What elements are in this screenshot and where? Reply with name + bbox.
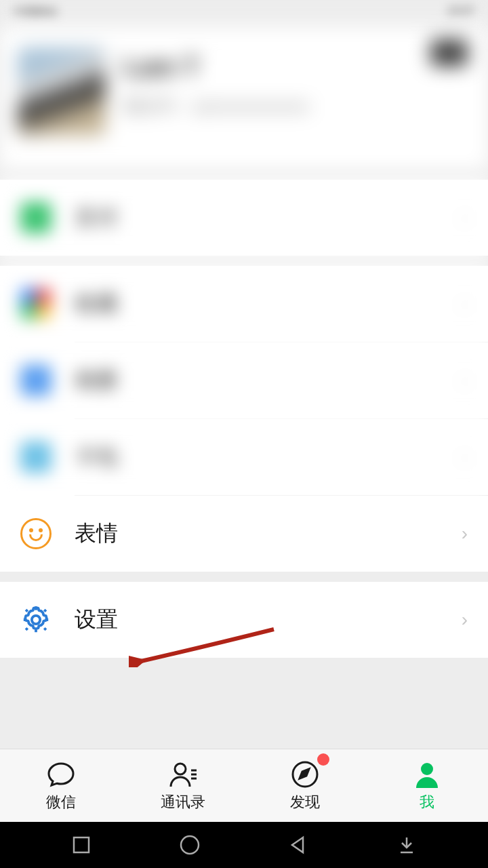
- menu-label: 支付: [75, 203, 462, 233]
- nav-download[interactable]: [394, 833, 419, 857]
- chevron-right-icon: ›: [462, 523, 468, 545]
- chat-icon: [45, 760, 77, 789]
- chevron-right-icon: ›: [462, 207, 468, 229]
- menu-item-album[interactable]: 相册 ›: [0, 342, 488, 418]
- menu-item-settings[interactable]: 设置 ›: [0, 582, 488, 658]
- status-time: 10:07: [447, 5, 474, 22]
- chevron-right-icon: ›: [462, 446, 468, 468]
- sticker-icon: [20, 518, 52, 549]
- favorites-icon: [20, 288, 52, 319]
- menu-item-favorites[interactable]: 收藏 ›: [0, 266, 488, 342]
- menu-item-cards[interactable]: 卡包 ›: [0, 419, 488, 495]
- camera-icon[interactable]: [430, 39, 468, 66]
- system-nav-bar: [0, 822, 488, 868]
- tab-label: 我: [420, 792, 434, 812]
- notification-badge: [317, 753, 329, 766]
- menu-label: 收藏: [75, 289, 462, 319]
- tab-label: 通讯录: [161, 792, 205, 812]
- tab-discover[interactable]: 发现: [244, 749, 366, 822]
- tab-bar: 微信 通讯录 发现 我: [0, 749, 488, 822]
- nav-home[interactable]: [178, 833, 202, 857]
- status-bar: 中国移动 10:07: [0, 0, 488, 27]
- chevron-right-icon: ›: [462, 293, 468, 315]
- card-icon: [20, 441, 52, 473]
- svg-point-0: [32, 616, 40, 624]
- menu-label: 设置: [75, 605, 462, 635]
- svg-point-1: [175, 764, 186, 774]
- album-icon: [20, 365, 52, 396]
- profile-wxid: 微信号：qxxxxxxxxxxxx: [123, 94, 309, 118]
- profile-card[interactable]: Lam T 微信号：qxxxxxxxxxxxx: [0, 27, 488, 170]
- menu-label: 表情: [75, 519, 462, 549]
- profile-nickname: Lam T: [123, 53, 309, 82]
- contacts-icon: [167, 760, 199, 789]
- svg-point-3: [421, 763, 433, 775]
- menu-label: 相册: [75, 366, 462, 395]
- tab-label: 微信: [46, 792, 76, 812]
- nav-back[interactable]: [286, 833, 310, 857]
- menu-label: 卡包: [75, 442, 462, 472]
- svg-rect-4: [74, 837, 89, 852]
- menu-item-sticker[interactable]: 表情 ›: [0, 496, 488, 572]
- svg-point-5: [181, 836, 199, 854]
- menu-item-wallet[interactable]: 支付 ›: [0, 180, 488, 256]
- status-carrier: 中国移动: [14, 5, 57, 22]
- chevron-right-icon: ›: [462, 609, 468, 631]
- nav-recent[interactable]: [69, 833, 94, 857]
- chevron-right-icon: ›: [462, 370, 468, 391]
- gear-icon: [20, 604, 52, 635]
- compass-icon: [289, 760, 321, 789]
- tab-contacts[interactable]: 通讯录: [122, 749, 244, 822]
- avatar[interactable]: [18, 47, 106, 136]
- wallet-icon: [20, 202, 52, 233]
- person-icon: [411, 760, 443, 789]
- tab-me[interactable]: 我: [366, 749, 488, 822]
- tab-label: 发现: [290, 792, 320, 812]
- tab-chat[interactable]: 微信: [0, 749, 122, 822]
